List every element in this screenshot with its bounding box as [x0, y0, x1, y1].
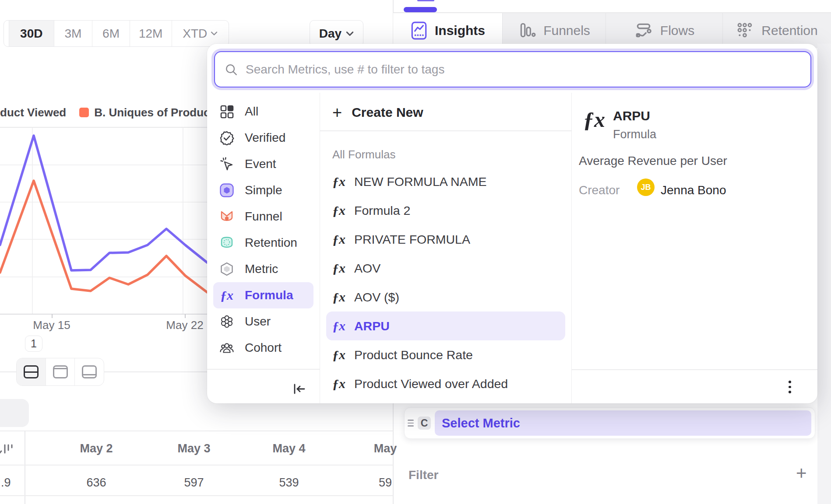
sidebar-item-all[interactable]: All	[207, 98, 320, 125]
drag-handle-icon[interactable]	[408, 420, 414, 427]
formula-icon: ƒx	[332, 318, 345, 333]
tab-label: Flows	[660, 23, 694, 38]
chevron-down-icon	[211, 31, 218, 36]
sidebar-item-label: User	[245, 315, 271, 329]
chevron-down-icon	[346, 31, 354, 36]
metric-picker-modal: AllVerifiedEventSimpleFunnelRetentionMet…	[207, 44, 817, 403]
range-button-3m[interactable]: 3M	[54, 21, 93, 46]
insights-icon	[410, 21, 428, 40]
table-header-divider	[0, 465, 393, 466]
analytics-app: 30D3M6M12MXTD Day InsightsFunnelsFlowsRe…	[0, 0, 831, 504]
column-header[interactable]: May 3	[145, 442, 243, 455]
add-filter-button[interactable]: +	[796, 463, 807, 484]
formula-icon: ƒx	[332, 290, 345, 304]
table-cell: 597	[145, 476, 243, 490]
formula-item-label: AOV ($)	[354, 290, 399, 304]
sidebar-item-retention[interactable]: Retention	[207, 230, 320, 256]
cohort-icon	[219, 340, 234, 355]
sidebar-item-label: Simple	[245, 183, 282, 197]
page-background-strip	[817, 44, 831, 504]
layout-chart-only-icon	[53, 365, 68, 378]
formula-item-product-bounce-rate[interactable]: ƒxProduct Bounce Rate	[320, 340, 571, 369]
select-metric-button[interactable]: Select Metric	[435, 410, 811, 436]
sidebar-item-cohort[interactable]: Cohort	[207, 335, 320, 361]
range-button-6m[interactable]: 6M	[92, 21, 130, 46]
sort-descending-icon[interactable]	[0, 440, 17, 457]
formula-item-label: Product Viewed over Added	[354, 377, 508, 391]
tab-flows[interactable]: Flows	[606, 13, 722, 48]
collapse-sidebar-icon[interactable]	[292, 382, 306, 396]
sidebar-item-label: Verified	[245, 131, 285, 145]
inactive-tab-stub[interactable]	[0, 399, 29, 427]
search-icon	[225, 63, 238, 76]
active-tab-indicator	[404, 7, 437, 12]
sidebar-item-label: All	[245, 105, 258, 119]
sidebar-item-user[interactable]: User	[207, 308, 320, 335]
range-button-xtd[interactable]: XTD	[172, 21, 229, 46]
range-button-30d[interactable]: 30D	[9, 21, 54, 46]
formula-item-new-formula-name[interactable]: ƒxNEW FORMULA NAME	[320, 167, 571, 196]
column-header[interactable]: May 2	[48, 442, 145, 455]
sidebar-item-label: Cohort	[245, 341, 282, 355]
creator-label: Creator	[579, 183, 620, 197]
tab-retention[interactable]: Retention	[722, 13, 831, 48]
more-options-icon[interactable]	[783, 381, 796, 393]
range-button-12m[interactable]: 12M	[130, 21, 172, 46]
funnels-icon	[518, 21, 536, 40]
legend-label-a: duct Viewed	[0, 106, 66, 119]
filter-section-label: Filter	[408, 468, 438, 482]
formula-icon: ƒx	[332, 174, 345, 189]
search-metrics-input[interactable]	[246, 52, 810, 87]
formula-item-formula-2[interactable]: ƒxFormula 2	[320, 196, 571, 225]
x-axis-tick	[52, 314, 53, 318]
formula-item-product-viewed-over-added[interactable]: ƒxProduct Viewed over Added	[320, 369, 571, 398]
range-label: 30D	[20, 27, 42, 41]
layout-split-button[interactable]	[17, 358, 46, 385]
range-label: 3M	[64, 27, 81, 41]
funnel-icon	[219, 209, 234, 224]
formula-item-label: AOV	[354, 261, 380, 276]
formula-item-private-formula[interactable]: ƒxPRIVATE FORMULA	[320, 225, 571, 254]
range-button-cut[interactable]	[4, 21, 9, 46]
layout-chart-only-button[interactable]	[46, 358, 75, 385]
tab-insights[interactable]: Insights	[393, 13, 502, 48]
sidebar-item-funnel[interactable]: Funnel	[207, 203, 320, 230]
x-axis-tick	[185, 314, 186, 318]
category-sidebar: AllVerifiedEventSimpleFunnelRetentionMet…	[207, 93, 320, 403]
formula-item-label: Product Bounce Rate	[354, 348, 473, 362]
detail-type-label: Formula	[613, 128, 656, 141]
layout-table-only-button[interactable]	[75, 358, 104, 385]
formula-icon: ƒx	[219, 288, 234, 303]
sidebar-item-metric[interactable]: Metric	[207, 256, 320, 282]
create-new-label: Create New	[352, 105, 423, 120]
x-axis-line	[0, 314, 207, 315]
simple-icon	[219, 183, 234, 198]
tab-funnels[interactable]: Funnels	[502, 13, 606, 48]
formula-item-arpu[interactable]: ƒxARPU	[326, 312, 565, 340]
sidebar-item-label: Event	[245, 157, 276, 171]
formula-item-label: ARPU	[354, 319, 390, 333]
detail-description: Average Revenue per User	[579, 154, 727, 168]
layout-split-icon	[24, 365, 39, 378]
sidebar-item-formula[interactable]: ƒxFormula	[213, 282, 313, 308]
column-header[interactable]: May	[337, 442, 434, 455]
page-1-button[interactable]: 1	[25, 336, 42, 352]
modal-columns: AllVerifiedEventSimpleFunnelRetentionMet…	[207, 93, 817, 403]
column-header[interactable]: May 4	[240, 442, 338, 455]
sidebar-item-label: Metric	[245, 262, 278, 276]
layout-table-only-icon	[82, 365, 97, 378]
formula-icon: ƒx	[332, 376, 345, 391]
section-label: All Formulas	[332, 148, 395, 161]
sidebar-item-event[interactable]: Event	[207, 151, 320, 177]
create-new-button[interactable]: + Create New	[332, 105, 423, 120]
legend-swatch-b	[79, 108, 89, 117]
granularity-dropdown[interactable]: Day	[310, 20, 363, 47]
formula-item-aov-[interactable]: ƒxAOV ($)	[320, 283, 571, 312]
table-cell: 539	[240, 476, 338, 490]
sidebar-item-verified[interactable]: Verified	[207, 125, 320, 151]
formula-item-label: NEW FORMULA NAME	[354, 175, 486, 189]
user-icon	[219, 314, 234, 329]
tab-label: Retention	[761, 23, 817, 38]
sidebar-item-simple[interactable]: Simple	[207, 177, 320, 203]
formula-item-aov[interactable]: ƒxAOV	[320, 254, 571, 283]
